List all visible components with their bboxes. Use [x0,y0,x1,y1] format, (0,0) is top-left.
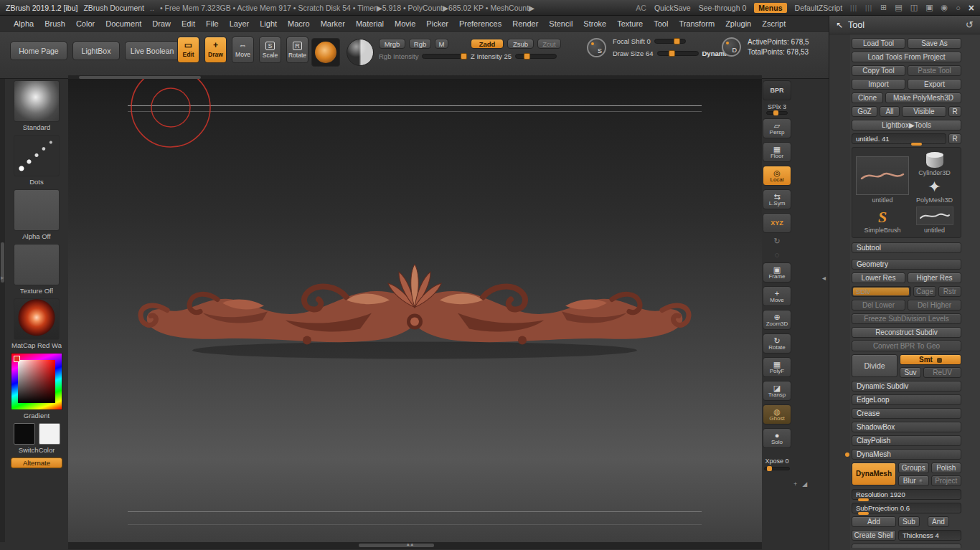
rgb-intensity-slider[interactable] [422,54,466,59]
menu-zplugin[interactable]: Zplugin [720,18,756,29]
thickness-slider[interactable]: Thickness 4 [898,530,961,541]
spix-slider-group[interactable]: SPix 3 [766,104,788,115]
texture-thumbnail[interactable] [14,244,60,285]
sdiv-slider[interactable]: SDiv [852,286,911,297]
color-picker[interactable]: Gradient [11,353,62,419]
and-button[interactable]: And [928,516,949,527]
lsym-button[interactable]: ⇆ L.Sym [763,189,791,209]
mrgb-button[interactable]: Mrgb [379,39,405,49]
simplebrush-item[interactable]: S SimpleBrush [856,207,909,234]
load-tool-button[interactable]: Load Tool [852,38,905,49]
lightbox-tools-button[interactable]: Lightbox▶Tools [852,120,961,131]
left-scrollbar[interactable] [0,79,5,542]
paste-tool-button[interactable]: Paste Tool [908,65,961,76]
close-icon[interactable]: × [969,2,974,14]
frame-button[interactable]: ▣ Frame [763,262,791,283]
menu-alpha[interactable]: Alpha [9,18,39,29]
see-through-slider[interactable]: See-through 0 [699,4,747,12]
z-intensity-knob[interactable] [524,53,530,60]
xpose-group[interactable]: Xpose 0 [764,457,790,470]
polish-button[interactable]: Polish [931,463,962,473]
user-icon[interactable]: ◉ [941,3,948,12]
add-view-icon[interactable]: ⊞ [880,3,887,12]
xpose-knob[interactable] [767,466,772,471]
dock-resize-icon[interactable]: ◢ [802,480,807,488]
color-picker-sv-area[interactable] [18,360,55,403]
zsub-button[interactable]: Zsub [507,39,534,49]
higher-res-button[interactable]: Higher Res [908,272,961,283]
smt-knob[interactable] [937,358,942,363]
menu-layer[interactable]: Layer [225,18,255,29]
alternate-button[interactable]: Alternate [11,457,62,468]
draw-size-slider[interactable] [657,51,699,56]
clone-button[interactable]: Clone [852,93,883,103]
sub-button[interactable]: Sub [898,516,920,527]
zoom3d-button[interactable]: ⊕ Zoom3D [763,310,791,330]
scroll-up-arrows-icon[interactable]: ▴▴ [407,541,415,547]
bpr-button[interactable]: BPR [763,80,791,100]
default-zscript-button[interactable]: DefaultZScript [795,4,843,12]
suv-button[interactable]: Suv [900,367,921,378]
right-panel-divider-icon[interactable]: ◂ [822,274,826,282]
del-higher-button[interactable]: Del Higher [908,300,961,310]
menu-picker[interactable]: Picker [421,18,453,29]
resolution-knob[interactable] [858,498,869,501]
blur-knob-icon[interactable] [918,478,924,484]
menu-stroke[interactable]: Stroke [578,18,611,29]
resolution-slider[interactable]: Resolution 1920 [852,489,961,500]
stroke-selector[interactable]: Dots [14,135,60,186]
dynamesh-button[interactable]: DynaMesh [852,463,896,485]
menu-stencil[interactable]: Stencil [544,18,578,29]
draw-size-knob[interactable] [669,50,675,57]
del-lower-button[interactable]: Del Lower [852,300,905,310]
groups-button[interactable]: Groups [898,463,929,473]
cursor-icon[interactable]: ↖ [836,20,843,30]
xpose-slider[interactable] [764,467,790,470]
color-picker-hue-area[interactable] [11,353,62,410]
rgb-intensity-knob[interactable] [461,53,467,60]
untitled-tool-item[interactable]: untitled [912,207,957,234]
solo-button[interactable]: ● Solo [763,428,791,448]
subprojection-slider[interactable]: SubProjection 0.6 [852,503,961,513]
spix-knob[interactable] [773,110,778,115]
claypolish-section-header[interactable]: ClayPolish [852,435,961,446]
rstr-button[interactable]: Rstr [938,286,961,297]
polyf-button[interactable]: ▦ PolyF [763,357,791,377]
edgeloop-section-header[interactable]: EdgeLoop [852,394,961,405]
rgb-button[interactable]: Rgb [409,39,431,49]
target-icon[interactable]: ◌ [775,250,780,259]
tool-name-slider[interactable]: untitled. 41 [852,133,946,144]
save-as-button[interactable]: Save As [908,38,961,49]
spix-slider[interactable] [766,111,788,115]
spin-icon[interactable]: ↻ [773,237,780,246]
copy-tool-button[interactable]: Copy Tool [852,65,905,76]
floor-button[interactable]: ▦ Floor [763,142,791,162]
rotate-button[interactable]: R Rotate [286,37,308,63]
clipped-next-section[interactable] [852,544,961,548]
zadd-button[interactable]: Zadd [471,39,504,49]
cage-button[interactable]: Cage [913,286,936,297]
dock-move-icon[interactable]: + [793,480,797,488]
menu-light[interactable]: Light [255,18,282,29]
dynamic-subdiv-section-header[interactable]: Dynamic Subdiv [852,381,961,392]
focal-shift-knob[interactable] [674,38,680,44]
subprojection-knob[interactable] [858,512,869,515]
focal-shift-slider[interactable] [654,39,686,44]
import-button[interactable]: Import [852,79,905,90]
transp-button[interactable]: ◪ Transp [763,381,791,401]
canvas-viewport[interactable] [68,79,762,542]
rotate-view-button[interactable]: ↻ Rotate [763,333,791,354]
tool-name-slider-knob[interactable] [911,143,922,146]
r-button[interactable]: R [948,106,961,117]
r-restore-button[interactable]: R [948,133,961,144]
crease-section-header[interactable]: Crease [852,408,961,419]
menu-transform[interactable]: Transform [674,18,720,29]
menu-edit[interactable]: Edit [176,18,200,29]
lower-res-button[interactable]: Lower Res [852,272,905,283]
menu-tool[interactable]: Tool [649,18,673,29]
menu-render[interactable]: Render [507,18,543,29]
menu-macro[interactable]: Macro [283,18,315,29]
material-thumbnail[interactable] [14,298,60,340]
power-icon[interactable]: ○ [956,4,961,12]
dynamesh-section-header[interactable]: DynaMesh [852,449,961,460]
